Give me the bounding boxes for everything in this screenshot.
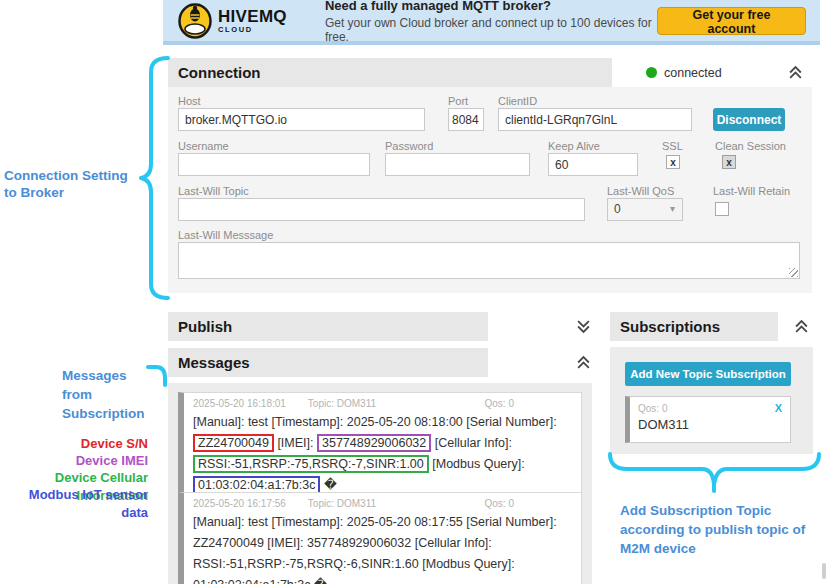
- subscription-meta: Qos: 0 X: [638, 402, 782, 414]
- modbus-data-tag: Modbus IoT sensor data: [0, 486, 148, 521]
- lastwill-retain-checkbox[interactable]: [715, 202, 729, 216]
- messages-panel: 2025-05-20 16:18:01 Topic: DOM311 Qos: 0…: [168, 383, 592, 584]
- add-new-topic-subscription-button[interactable]: Add New Topic Subscription: [625, 362, 791, 386]
- message-text: [Manual]: test [Timestamp]: 2025-05-20 0…: [193, 415, 557, 429]
- subscriptions-header: Subscriptions: [610, 312, 818, 341]
- lastwill-message-label: Last-Will Messsage: [178, 229, 273, 241]
- clean-session-checkbox[interactable]: x: [722, 155, 736, 169]
- connection-status-label: connected: [664, 66, 722, 80]
- connection-collapse-button[interactable]: [787, 65, 803, 81]
- publish-expand-button[interactable]: [575, 319, 591, 335]
- port-input[interactable]: [448, 108, 484, 131]
- message-topic: Topic: DOM311: [308, 398, 376, 409]
- message-body: [Manual]: test [Timestamp]: 2025-05-20 0…: [193, 412, 572, 496]
- message-topic: Topic: DOM311: [308, 498, 376, 509]
- username-input[interactable]: [178, 153, 370, 176]
- messages-header: Messages: [168, 348, 600, 377]
- textarea-resize-handle-icon[interactable]: [789, 268, 798, 277]
- disconnect-button[interactable]: Disconnect: [713, 108, 785, 131]
- subscription-qos: Qos: 0: [638, 403, 667, 414]
- message-card: 2025-05-20 16:18:01 Topic: DOM311 Qos: 0…: [178, 392, 582, 503]
- message-meta: 2025-05-20 16:18:01 Topic: DOM311 Qos: 0: [193, 398, 572, 409]
- keepalive-input[interactable]: [548, 153, 638, 176]
- password-label: Password: [385, 140, 433, 152]
- lastwill-message-textarea[interactable]: [178, 242, 800, 279]
- device-imei-tag: Device IMEI: [0, 452, 148, 470]
- message-meta: 2025-05-20 16:17:56 Topic: DOM311 Qos: 0: [193, 498, 572, 509]
- brand-sub-name: CLOUD: [218, 26, 287, 34]
- banner-subline: Get your own Cloud broker and connect up…: [325, 16, 657, 44]
- hivemq-brand: HIVEMQ CLOUD: [218, 8, 287, 34]
- banner-copy: Need a fully managed MQTT broker? Get yo…: [325, 0, 657, 44]
- message-body: [Manual]: test [Timestamp]: 2025-05-20 0…: [193, 512, 572, 584]
- chevron-double-up-icon: [788, 65, 803, 80]
- scrollbar-thumb[interactable]: [822, 563, 826, 579]
- chevron-double-up-icon: [794, 319, 809, 334]
- publish-header-white: [488, 312, 600, 341]
- subscription-topic: DOM311: [638, 417, 782, 432]
- lastwill-qos-label: Last-Will QoS: [607, 185, 674, 197]
- messages-header-bar: Messages: [168, 348, 488, 377]
- message-text: [Manual]: test [Timestamp]: 2025-05-20 0…: [193, 515, 557, 584]
- hivemq-banner: HIVEMQ CLOUD Need a fully managed MQTT b…: [163, 0, 820, 45]
- port-label: Port: [448, 95, 468, 107]
- lastwill-qos-select[interactable]: 0 ▾: [607, 198, 683, 221]
- connection-brace: [138, 54, 172, 302]
- message-text: [Cellular Info]:: [435, 436, 512, 450]
- close-icon[interactable]: X: [775, 402, 782, 414]
- connection-header-bar: Connection: [168, 58, 612, 87]
- publish-header: Publish: [168, 312, 600, 341]
- chevron-double-down-icon: [576, 319, 591, 334]
- lastwill-topic-label: Last-Will Topic: [178, 185, 249, 197]
- get-free-account-button[interactable]: Get your free account: [657, 7, 806, 35]
- publish-header-bar: Publish: [168, 312, 488, 341]
- subscription-note: Add Subscription Topic according to publ…: [620, 501, 825, 558]
- connection-title: Connection: [178, 64, 261, 81]
- message-timestamp: 2025-05-20 16:17:56: [193, 498, 286, 509]
- ssl-checkbox[interactable]: x: [666, 155, 680, 169]
- clientid-input[interactable]: [498, 108, 692, 131]
- message-text: [Modbus Query]:: [432, 457, 524, 471]
- highlight-device-serial: ZZ24700049: [193, 434, 274, 452]
- ssl-label: SSL: [662, 140, 683, 152]
- connection-status-area: connected: [612, 58, 812, 87]
- highlight-cellular-info: RSSI:-51,RSRP:-75,RSRQ:-7,SINR:1.00: [193, 455, 429, 473]
- host-input[interactable]: [178, 108, 425, 131]
- keepalive-label: Keep Alive: [548, 140, 600, 152]
- subscriptions-header-white: [778, 312, 818, 341]
- subscriptions-header-bar: Subscriptions: [610, 312, 778, 341]
- device-sn-tag: Device S/N: [0, 435, 148, 453]
- subscriptions-panel: Add New Topic Subscription Qos: 0 X DOM3…: [610, 347, 813, 454]
- subscription-brace: [608, 452, 822, 496]
- message-timestamp: 2025-05-20 16:18:01: [193, 398, 286, 409]
- lastwill-retain-label: Last-Will Retain: [713, 185, 790, 197]
- connection-note: Connection Setting to Broker: [4, 167, 142, 201]
- dropdown-arrow-icon: ▾: [670, 203, 675, 214]
- message-text: �: [324, 478, 337, 492]
- lastwill-topic-input[interactable]: [178, 198, 585, 221]
- host-label: Host: [178, 95, 201, 107]
- brand-name: HIVEMQ: [218, 8, 287, 25]
- subscriptions-collapse-button[interactable]: [793, 319, 809, 335]
- messages-title: Messages: [178, 354, 250, 371]
- username-label: Username: [178, 140, 229, 152]
- messages-header-white: [488, 348, 600, 377]
- connection-header: Connection connected: [168, 58, 812, 87]
- subscription-item: Qos: 0 X DOM311: [625, 396, 791, 443]
- message-text: [IMEI]:: [277, 436, 313, 450]
- clean-session-label: Clean Session: [715, 140, 786, 152]
- password-input[interactable]: [385, 153, 530, 176]
- chevron-double-up-icon: [576, 355, 591, 370]
- clientid-label: ClientID: [498, 95, 537, 107]
- lastwill-qos-value: 0: [614, 202, 621, 216]
- connected-status-dot-icon: [646, 67, 657, 78]
- highlight-device-imei: 357748929006032: [317, 434, 431, 452]
- hivemq-bee-logo-icon: [178, 3, 212, 39]
- message-card: 2025-05-20 16:17:56 Topic: DOM311 Qos: 0…: [178, 492, 582, 584]
- subscriptions-title: Subscriptions: [620, 318, 720, 335]
- publish-title: Publish: [178, 318, 232, 335]
- messages-note: Messages from Subscription: [62, 366, 154, 423]
- page: HIVEMQ CLOUD Need a fully managed MQTT b…: [0, 0, 827, 584]
- message-qos: Qos: 0: [485, 498, 514, 509]
- messages-collapse-button[interactable]: [575, 355, 591, 371]
